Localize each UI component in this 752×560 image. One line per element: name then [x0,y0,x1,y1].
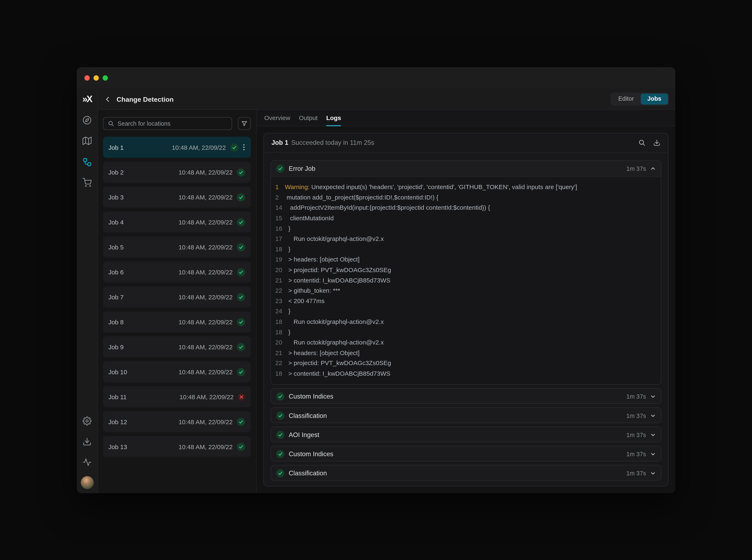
user-avatar[interactable] [80,476,94,489]
job-time: 10:48 AM, 22/09/22 [172,144,226,151]
jobs-list-panel: Search for locations Job 1 10:48 AM, 22/… [98,110,257,493]
chevron-down-icon[interactable] [650,432,655,438]
sidebar-item-settings-gear-icon[interactable] [81,415,93,426]
job-list-item[interactable]: Job 12 10:48 AM, 22/09/22 [103,411,251,432]
chevron-down-icon[interactable] [650,394,655,399]
icon-sidebar: »X [77,89,98,493]
log-download-icon[interactable] [653,139,660,146]
chevron-down-icon[interactable] [650,471,655,476]
job-list-item[interactable]: Job 11 10:48 AM, 22/09/22 [103,386,251,407]
page-title: Change Detection [117,95,174,103]
log-line-text: Run octokit/graphql-action@v2.x [285,235,384,243]
log-line-text: mutation add_to_project($projectid:ID!,$… [285,194,439,201]
section-duration: 1m 37s [626,165,646,172]
log-line: 18 Run octokit/graphql-action@v2.x [275,316,661,327]
section-duration: 1m 37s [626,413,646,419]
log-line: 18 } [275,244,661,255]
chevron-down-icon[interactable] [650,452,655,457]
section-duration: 1m 37s [626,393,646,400]
job-detail-status-text: Succeeded today in 11m 25s [291,139,374,146]
search-input[interactable]: Search for locations [103,117,232,130]
back-chevron-icon[interactable] [104,95,112,103]
log-section-collapsed[interactable]: Custom Indices 1m 37s [270,388,661,404]
job-name: Job 6 [108,268,174,276]
job-time: 10:48 AM, 22/09/22 [179,243,232,251]
close-window-button[interactable] [84,75,89,80]
job-name: Job 7 [108,293,174,301]
sections-list: Custom Indices 1m 37s Classification 1m … [270,388,661,481]
section-success-icon [276,469,284,477]
section-label: Custom Indices [289,393,333,400]
editor-toggle-button[interactable]: Editor [612,94,641,105]
job-time: 10:48 AM, 22/09/22 [179,368,232,376]
section-success-icon [276,393,284,401]
job-status-success-icon [237,168,245,176]
log-line: 22 > github_token: *** [275,285,661,296]
job-list-item[interactable]: Job 7 10:48 AM, 22/09/22 [103,286,251,307]
job-detail-card: Job 1 Succeeded today in 11m 25s [263,133,669,486]
tab-logs[interactable]: Logs [326,110,341,126]
log-line: 21 > headers: [object Object] [275,347,661,358]
job-row-menu-icon[interactable] [243,144,245,150]
chevron-up-icon[interactable] [650,166,655,171]
zoom-window-button[interactable] [103,75,108,80]
log-line-number: 2 [275,194,285,201]
detail-tabs: Overview Output Logs [257,110,675,126]
job-list-item[interactable]: Job 13 10:48 AM, 22/09/22 [103,436,251,457]
job-list-item[interactable]: Job 10 10:48 AM, 22/09/22 [103,361,251,382]
log-search-icon[interactable] [638,139,646,146]
log-section-collapsed[interactable]: Classification 1m 37s [270,407,661,423]
log-line: 21 > contentid: I_kwDOABCjB85d73WS [275,275,661,285]
jobs-toggle-button[interactable]: Jobs [641,94,668,105]
section-success-icon [276,412,284,420]
job-list-item[interactable]: Job 6 10:48 AM, 22/09/22 [103,261,251,282]
job-list-item[interactable]: Job 2 10:48 AM, 22/09/22 [103,162,251,183]
tab-overview[interactable]: Overview [264,110,290,126]
log-section-expanded: Error Job 1m 37s [270,160,661,385]
job-name: Job 1 [108,144,167,151]
log-line-text: } [285,245,290,253]
minimize-window-button[interactable] [94,75,99,80]
view-toggle: Editor Jobs [611,93,669,105]
log-line: 20 Run octokit/graphql-action@v2.x [275,337,661,347]
chevron-down-icon[interactable] [650,413,655,418]
tab-output[interactable]: Output [299,110,318,126]
job-list-item[interactable]: Job 3 10:48 AM, 22/09/22 [103,186,251,207]
job-status-success-icon [237,293,245,301]
job-list-item[interactable]: Job 4 10:48 AM, 22/09/22 [103,212,251,233]
log-line-number: 18 [275,245,285,253]
log-line: 14 addProjectV2ItemById(input:{projectId… [275,203,661,213]
job-list-item[interactable]: Job 5 10:48 AM, 22/09/22 [103,237,251,258]
sidebar-item-activity-icon[interactable] [81,456,93,468]
section-label: AOI Ingest [289,432,319,439]
section-label: Error Job [289,165,315,172]
log-line-text: } [285,328,290,336]
job-list-item[interactable]: Job 9 10:48 AM, 22/09/22 [103,336,251,357]
log-line-number: 22 [275,287,285,294]
filter-button[interactable] [238,117,251,130]
job-name: Job 13 [108,443,174,451]
job-list-item[interactable]: Job 1 10:48 AM, 22/09/22 [103,137,251,158]
sidebar-item-workflow-icon[interactable] [81,156,93,167]
job-time: 10:48 AM, 22/09/22 [179,169,232,176]
sidebar-item-map-icon[interactable] [81,135,93,146]
log-line-number: 21 [275,349,285,356]
sidebar-item-download-icon[interactable] [81,436,93,447]
log-line: 1 Warning: Unexpected input(s) 'headers'… [275,182,661,192]
app-window: »X [77,67,675,493]
job-detail-title: Job 1 [271,139,288,146]
error-job-header[interactable]: Error Job 1m 37s [271,161,661,177]
log-section-collapsed[interactable]: Custom Indices 1m 37s [270,446,661,462]
job-status-success-icon [237,193,245,201]
job-time: 10:48 AM, 22/09/22 [179,293,232,301]
search-placeholder: Search for locations [118,120,170,127]
log-line-text: > projectid: PVT_kwDOAGc3Zs0SEg [285,359,391,367]
section-label: Custom Indices [289,451,333,458]
log-section-collapsed[interactable]: Classification 1m 37s [270,465,661,481]
sidebar-item-explore-compass-icon[interactable] [81,114,93,126]
log-section-collapsed[interactable]: AOI Ingest 1m 37s [270,427,661,442]
job-name: Job 11 [108,393,175,400]
section-duration: 1m 37s [626,432,646,438]
sidebar-item-cart-icon[interactable] [81,177,93,188]
job-list-item[interactable]: Job 8 10:48 AM, 22/09/22 [103,312,251,333]
